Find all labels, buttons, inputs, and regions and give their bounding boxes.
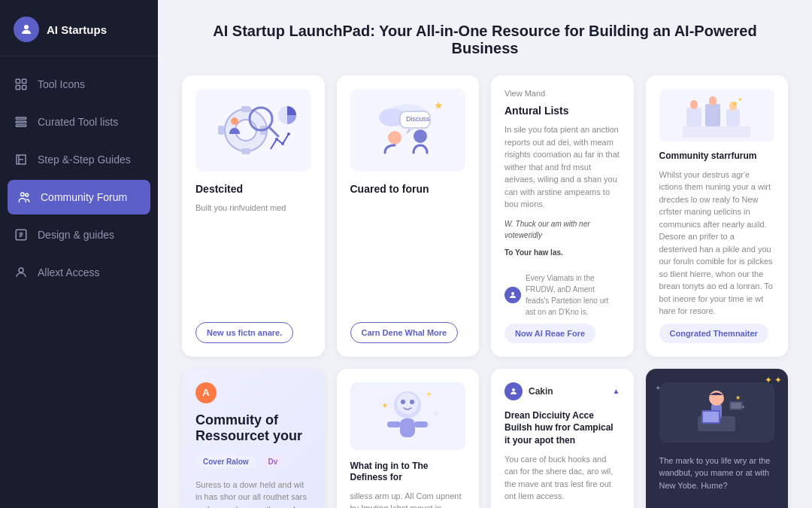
svg-text:+: + bbox=[426, 389, 432, 400]
svg-point-9 bbox=[26, 193, 29, 196]
svg-rect-7 bbox=[16, 125, 26, 126]
card5-tags: Cover Ralow Dv bbox=[195, 455, 311, 468]
logo-icon bbox=[14, 17, 39, 42]
card7-avatar bbox=[504, 382, 523, 400]
card2-title: Cuared to forun bbox=[350, 182, 466, 196]
sidebar-item-step-guides[interactable]: Step &-Step Guides bbox=[0, 142, 158, 177]
card-dark: ✦ ✦ ✦ bbox=[646, 369, 789, 508]
card1-desc: Built you rinfvuident med bbox=[195, 202, 311, 315]
sidebar-item-allext-access[interactable]: Allext Access bbox=[0, 255, 158, 290]
svg-text:○: ○ bbox=[434, 409, 438, 418]
card3-user-avatar bbox=[504, 287, 521, 303]
svg-rect-14 bbox=[241, 106, 250, 112]
card3-user-info: Every Viamats in the FRUDW, anD Ament fe… bbox=[526, 272, 620, 318]
users-icon bbox=[17, 190, 32, 205]
grid-icon bbox=[14, 77, 29, 92]
card1-title: Destcited bbox=[195, 182, 311, 196]
card7-badge: ▲ bbox=[613, 387, 620, 395]
card4-title: Community starrfurum bbox=[659, 151, 775, 163]
svg-point-44 bbox=[401, 400, 405, 404]
sidebar-item-curated-lists[interactable]: Curated Tool lists bbox=[0, 105, 158, 139]
svg-rect-36 bbox=[709, 96, 717, 105]
card-community-star: ★ ✦ Community starrfurum Whilst your des… bbox=[646, 75, 789, 357]
sidebar-logo-text: AI Startups bbox=[47, 23, 107, 36]
svg-point-52 bbox=[512, 388, 515, 391]
card4-button[interactable]: Congrated Themnaiter bbox=[659, 324, 768, 343]
sidebar-item-design-guides[interactable]: Design & guides bbox=[0, 217, 158, 252]
card6-desc: silless arm up. All Com upnent by Imutin… bbox=[350, 490, 466, 508]
svg-text:✦: ✦ bbox=[381, 400, 389, 411]
card8-desc: The mark to you life wry ar the wandbut,… bbox=[659, 455, 775, 508]
svg-point-8 bbox=[21, 193, 25, 196]
svg-point-45 bbox=[410, 400, 414, 404]
card-destcited: Destcited Built you rinfvuident med New … bbox=[182, 75, 325, 357]
card3-desc: In sile you fota pient an anction report… bbox=[504, 123, 620, 211]
card6-illustration: + ✦ ○ bbox=[350, 382, 466, 450]
sidebar-item-tool-icons[interactable]: Tool Icons bbox=[0, 67, 158, 102]
sidebar-item-tool-icons-label: Tool Icons bbox=[38, 78, 85, 90]
svg-rect-39 bbox=[683, 126, 750, 138]
svg-rect-33 bbox=[686, 108, 701, 126]
card-community-resources: A Commuity of Ressourcet your Cover Ralo… bbox=[182, 369, 325, 508]
svg-text:✦: ✦ bbox=[741, 405, 745, 409]
svg-text:✦: ✦ bbox=[738, 96, 743, 103]
card7-desc: You care of buck hooks and can for the s… bbox=[504, 453, 620, 508]
sidebar-item-step-guides-label: Step &-Step Guides bbox=[38, 154, 131, 166]
card5-desc: Suress to a dowr held and wit in has sho… bbox=[195, 479, 311, 508]
card5-tag2: Dv bbox=[261, 455, 286, 468]
card3-title: Antural Lists bbox=[504, 104, 620, 117]
page-title: AI Startup LaunchPad: Your All-in-One Re… bbox=[182, 23, 788, 57]
svg-rect-1 bbox=[16, 79, 20, 83]
card6-title: What ing in to The Definess for bbox=[350, 461, 466, 484]
list-icon bbox=[14, 114, 29, 129]
svg-rect-37 bbox=[726, 109, 740, 126]
sidebar-item-community-forum[interactable]: Community Forum bbox=[8, 180, 150, 214]
svg-rect-16 bbox=[218, 126, 224, 135]
svg-rect-57 bbox=[703, 412, 719, 422]
svg-point-28 bbox=[414, 129, 427, 143]
svg-point-22 bbox=[281, 142, 284, 145]
card3-button[interactable]: Now Al Reae Fore bbox=[504, 324, 595, 343]
svg-rect-35 bbox=[705, 104, 720, 126]
card-definess: + ✦ ○ What ing in to The Definess for si… bbox=[337, 369, 480, 508]
card5-header: A bbox=[195, 382, 311, 403]
svg-point-32 bbox=[511, 292, 514, 295]
svg-point-43 bbox=[397, 393, 418, 414]
card7-header: Cakin ▲ bbox=[504, 382, 620, 400]
svg-rect-4 bbox=[23, 86, 26, 90]
card4-desc: Whilst your destrus agr'e ictions them n… bbox=[659, 169, 775, 318]
card1-button[interactable]: New us fictn anare. bbox=[195, 322, 293, 343]
sidebar-item-allext-label: Allext Access bbox=[38, 266, 99, 278]
svg-rect-2 bbox=[23, 79, 26, 83]
card8-illustration: ★ ✦ bbox=[659, 382, 775, 443]
svg-rect-59 bbox=[731, 403, 741, 409]
card2-button[interactable]: Carn Dene Whal More bbox=[350, 322, 459, 343]
svg-rect-34 bbox=[690, 100, 698, 109]
card-cuared: Discuss ★ Cuared to forun Carn Dene Whal… bbox=[337, 75, 480, 357]
svg-rect-15 bbox=[241, 148, 250, 154]
card4-illustration: ★ ✦ bbox=[659, 89, 775, 141]
book-icon bbox=[14, 152, 29, 167]
card7-title: Drean Dicciuity Acce Builsh huw fror Cam… bbox=[504, 409, 620, 447]
svg-point-21 bbox=[275, 138, 278, 141]
card5-avatar: A bbox=[195, 382, 217, 403]
svg-point-0 bbox=[24, 25, 29, 29]
svg-line-19 bbox=[269, 127, 278, 136]
svg-point-11 bbox=[19, 268, 23, 272]
sidebar-nav: Tool Icons Curated Tool lists Step &-Ste… bbox=[0, 56, 158, 508]
sidebar-item-community-label: Community Forum bbox=[41, 191, 127, 203]
svg-text:★: ★ bbox=[735, 394, 741, 401]
svg-rect-3 bbox=[16, 86, 20, 90]
svg-rect-46 bbox=[400, 418, 415, 437]
card3-label: View Mand bbox=[504, 89, 620, 98]
svg-rect-47 bbox=[387, 421, 401, 427]
dark-card-stars: ✦ ✦ bbox=[765, 375, 782, 385]
svg-text:★: ★ bbox=[434, 99, 444, 111]
card5-title: Commuity of Ressourcet your bbox=[195, 412, 311, 445]
card3-subdesc: W. Thuck our am with ner voteweridly bbox=[504, 218, 620, 241]
dark-card-star2: ✦ bbox=[655, 384, 661, 392]
sidebar-logo: AI Startups bbox=[0, 0, 158, 56]
main-content: AI Startup LaunchPad: Your All-in-One Re… bbox=[158, 0, 812, 508]
sidebar-item-design-label: Design & guides bbox=[38, 229, 114, 241]
sidebar: AI Startups Tool Icons Curated Tool list… bbox=[0, 0, 158, 508]
